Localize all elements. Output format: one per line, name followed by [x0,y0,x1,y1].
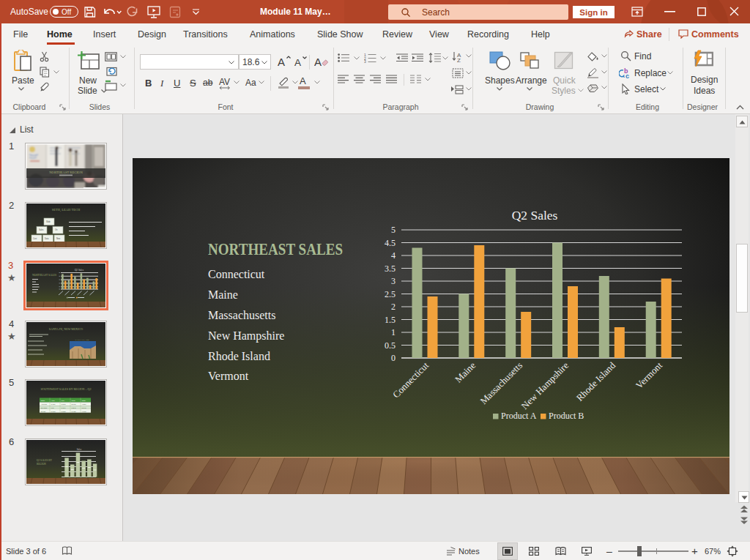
svg-text:SOUTHWEST SALES BY REGION – Q2: SOUTHWEST SALES BY REGION – Q2 [41,387,92,391]
svg-text:NORTHEAST REGION: NORTHEAST REGION [49,171,83,174]
svg-text:Maine: Maine [208,288,238,301]
svg-text:1,104: 1,104 [62,407,67,409]
svg-text:3,340: 3,340 [82,407,87,409]
svg-text:New Hampshire: New Hampshire [208,329,284,343]
svg-text:Slide: Slide [46,220,51,223]
svg-text:Rhode Island: Rhode Island [208,350,270,362]
svg-text:996: 996 [51,407,55,409]
svg-text:1,240: 1,240 [72,407,77,409]
svg-text:A: A [294,57,301,68]
svg-text:4,606: 4,606 [82,411,87,413]
svg-text:June: June [72,400,76,402]
svg-text:Product B: Product B [549,411,584,421]
svg-text:1,560: 1,560 [62,403,67,406]
svg-text:SANTA FE, NM: SANTA FE, NM [75,339,89,341]
svg-text:1,024: 1,024 [51,403,56,406]
svg-text:3: 3 [364,59,366,63]
svg-text:Sales: Sales [77,448,82,451]
svg-text:On: On [55,228,58,231]
svg-text:c: c [625,72,629,79]
svg-text:A: A [278,56,285,68]
svg-text:NORTHEAST SALES: NORTHEAST SALES [208,240,343,258]
svg-text:1,580: 1,580 [62,411,67,413]
svg-text:1: 1 [391,327,396,337]
svg-text:May: May [62,400,65,402]
svg-text:4,584: 4,584 [82,403,87,406]
svg-text:State: State [41,400,45,402]
svg-text:Massachusetts: Massachusetts [208,309,275,321]
svg-text:2: 2 [391,302,396,312]
svg-text:Q2 Sales: Q2 Sales [512,208,558,223]
svg-text:4: 4 [391,250,396,261]
svg-text:Cust: Cust [33,237,37,240]
svg-text:1,100: 1,100 [51,411,56,413]
svg-text:3: 3 [391,276,396,286]
svg-text:NORTHEAST SALES: NORTHEAST SALES [32,274,56,277]
svg-text:Nevada: Nevada [41,407,48,409]
svg-text:Sales: Sales [39,228,44,231]
svg-text:Q2 Sales: Q2 Sales [75,269,84,272]
svg-text:5: 5 [391,225,396,235]
svg-text:A: A [314,56,322,68]
svg-text:New: New [56,237,60,240]
svg-text:Z: Z [457,57,461,63]
svg-text:Texas: Texas [41,411,46,413]
svg-text:REGION: REGION [37,463,46,466]
svg-text:2.5: 2.5 [385,289,396,299]
svg-text:Product A: Product A [501,411,537,421]
svg-text:Q2 SALES BY: Q2 SALES BY [37,459,52,462]
svg-text:Arizona: Arizona [41,403,48,406]
svg-text:Data: Data [45,237,49,240]
svg-text:3.5: 3.5 [385,264,396,274]
svg-text:1.5: 1.5 [385,315,396,325]
svg-text:4.5: 4.5 [385,238,396,248]
svg-text:1,926: 1,926 [72,411,77,413]
svg-text:0: 0 [391,353,396,363]
svg-text:Connecticut: Connecticut [208,268,265,280]
svg-text:0.5: 0.5 [385,340,396,351]
svg-text:April: April [51,400,55,402]
svg-text:Vermont: Vermont [208,370,249,382]
svg-text:Total: Total [82,400,86,402]
svg-text:2,000: 2,000 [72,403,77,406]
